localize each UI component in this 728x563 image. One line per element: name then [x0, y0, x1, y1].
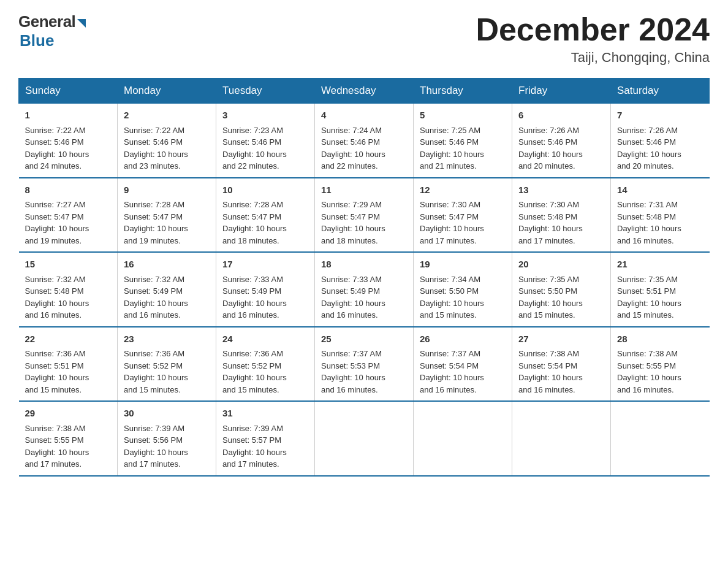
day-number: 3 — [222, 109, 308, 123]
day-number: 14 — [617, 183, 703, 197]
day-number: 23 — [124, 332, 210, 347]
calendar-cell: 16Sunrise: 7:32 AMSunset: 5:49 PMDayligh… — [118, 252, 216, 327]
calendar-table: SundayMondayTuesdayWednesdayThursdayFrid… — [18, 78, 710, 477]
calendar-cell: 6Sunrise: 7:26 AMSunset: 5:46 PMDaylight… — [512, 104, 611, 178]
calendar-cell: 20Sunrise: 7:35 AMSunset: 5:50 PMDayligh… — [512, 252, 611, 327]
logo-blue-text: Blue — [18, 31, 54, 50]
calendar-week-row: 22Sunrise: 7:36 AMSunset: 5:51 PMDayligh… — [19, 327, 710, 402]
calendar-cell: 24Sunrise: 7:36 AMSunset: 5:52 PMDayligh… — [216, 327, 315, 402]
calendar-cell: 31Sunrise: 7:39 AMSunset: 5:57 PMDayligh… — [216, 401, 315, 476]
day-number: 16 — [124, 258, 210, 272]
title-area: December 2024 Taiji, Chongqing, China — [476, 12, 710, 66]
day-number: 17 — [222, 258, 308, 272]
calendar-week-row: 29Sunrise: 7:38 AMSunset: 5:55 PMDayligh… — [19, 401, 710, 476]
day-number: 12 — [420, 183, 506, 197]
day-number: 19 — [420, 258, 506, 272]
day-number: 29 — [25, 407, 112, 421]
day-number: 20 — [518, 258, 604, 272]
day-number: 30 — [124, 407, 210, 421]
calendar-cell: 2Sunrise: 7:22 AMSunset: 5:46 PMDaylight… — [118, 104, 216, 178]
page-header: General Blue December 2024 Taiji, Chongq… — [18, 12, 710, 66]
day-number: 13 — [518, 183, 604, 197]
day-header-monday: Monday — [118, 79, 216, 104]
calendar-cell: 14Sunrise: 7:31 AMSunset: 5:48 PMDayligh… — [611, 178, 710, 253]
calendar-cell: 7Sunrise: 7:26 AMSunset: 5:46 PMDaylight… — [611, 104, 710, 178]
day-number: 31 — [222, 407, 308, 421]
day-number: 27 — [518, 332, 604, 347]
logo-general-text: General — [18, 12, 75, 31]
day-number: 22 — [25, 332, 112, 347]
calendar-cell: 18Sunrise: 7:33 AMSunset: 5:49 PMDayligh… — [315, 252, 414, 327]
day-number: 9 — [124, 183, 210, 197]
day-number: 15 — [25, 258, 112, 272]
calendar-cell: 15Sunrise: 7:32 AMSunset: 5:48 PMDayligh… — [19, 252, 118, 327]
calendar-cell: 17Sunrise: 7:33 AMSunset: 5:49 PMDayligh… — [216, 252, 315, 327]
calendar-cell: 25Sunrise: 7:37 AMSunset: 5:53 PMDayligh… — [315, 327, 414, 402]
day-number: 11 — [321, 183, 407, 197]
day-number: 26 — [420, 332, 506, 347]
calendar-cell: 13Sunrise: 7:30 AMSunset: 5:48 PMDayligh… — [512, 178, 611, 253]
calendar-cell: 28Sunrise: 7:38 AMSunset: 5:55 PMDayligh… — [611, 327, 710, 402]
calendar-cell: 12Sunrise: 7:30 AMSunset: 5:47 PMDayligh… — [414, 178, 512, 253]
day-number: 6 — [518, 109, 604, 123]
day-number: 24 — [222, 332, 308, 347]
calendar-cell: 8Sunrise: 7:27 AMSunset: 5:47 PMDaylight… — [19, 178, 118, 253]
calendar-cell: 9Sunrise: 7:28 AMSunset: 5:47 PMDaylight… — [118, 178, 216, 253]
calendar-cell: 26Sunrise: 7:37 AMSunset: 5:54 PMDayligh… — [414, 327, 512, 402]
day-number: 21 — [617, 258, 703, 272]
calendar-cell: 3Sunrise: 7:23 AMSunset: 5:46 PMDaylight… — [216, 104, 315, 178]
calendar-cell: 10Sunrise: 7:28 AMSunset: 5:47 PMDayligh… — [216, 178, 315, 253]
logo: General Blue — [18, 12, 86, 50]
calendar-week-row: 8Sunrise: 7:27 AMSunset: 5:47 PMDaylight… — [19, 178, 710, 253]
calendar-cell: 23Sunrise: 7:36 AMSunset: 5:52 PMDayligh… — [118, 327, 216, 402]
calendar-cell — [611, 401, 710, 476]
day-number: 4 — [321, 109, 407, 123]
calendar-cell: 1Sunrise: 7:22 AMSunset: 5:46 PMDaylight… — [19, 104, 118, 178]
day-number: 25 — [321, 332, 407, 347]
location: Taiji, Chongqing, China — [476, 50, 710, 66]
day-header-thursday: Thursday — [414, 79, 512, 104]
day-number: 1 — [25, 109, 112, 123]
month-title: December 2024 — [476, 12, 710, 47]
day-header-wednesday: Wednesday — [315, 79, 414, 104]
day-header-friday: Friday — [512, 79, 611, 104]
day-number: 5 — [420, 109, 506, 123]
day-number: 28 — [617, 332, 703, 347]
logo-arrow-icon — [77, 19, 86, 28]
day-number: 8 — [25, 183, 112, 197]
calendar-cell: 30Sunrise: 7:39 AMSunset: 5:56 PMDayligh… — [118, 401, 216, 476]
day-number: 2 — [124, 109, 210, 123]
calendar-header-row: SundayMondayTuesdayWednesdayThursdayFrid… — [19, 79, 710, 104]
calendar-cell: 19Sunrise: 7:34 AMSunset: 5:50 PMDayligh… — [414, 252, 512, 327]
calendar-cell: 11Sunrise: 7:29 AMSunset: 5:47 PMDayligh… — [315, 178, 414, 253]
day-header-tuesday: Tuesday — [216, 79, 315, 104]
calendar-cell — [315, 401, 414, 476]
calendar-cell — [512, 401, 611, 476]
calendar-cell: 27Sunrise: 7:38 AMSunset: 5:54 PMDayligh… — [512, 327, 611, 402]
day-number: 10 — [222, 183, 308, 197]
day-number: 7 — [617, 109, 703, 123]
calendar-week-row: 15Sunrise: 7:32 AMSunset: 5:48 PMDayligh… — [19, 252, 710, 327]
calendar-cell: 4Sunrise: 7:24 AMSunset: 5:46 PMDaylight… — [315, 104, 414, 178]
calendar-cell: 5Sunrise: 7:25 AMSunset: 5:46 PMDaylight… — [414, 104, 512, 178]
day-number: 18 — [321, 258, 407, 272]
calendar-cell: 21Sunrise: 7:35 AMSunset: 5:51 PMDayligh… — [611, 252, 710, 327]
day-header-sunday: Sunday — [19, 79, 118, 104]
calendar-cell: 22Sunrise: 7:36 AMSunset: 5:51 PMDayligh… — [19, 327, 118, 402]
day-header-saturday: Saturday — [611, 79, 710, 104]
calendar-cell: 29Sunrise: 7:38 AMSunset: 5:55 PMDayligh… — [19, 401, 118, 476]
calendar-cell — [414, 401, 512, 476]
calendar-week-row: 1Sunrise: 7:22 AMSunset: 5:46 PMDaylight… — [19, 104, 710, 178]
